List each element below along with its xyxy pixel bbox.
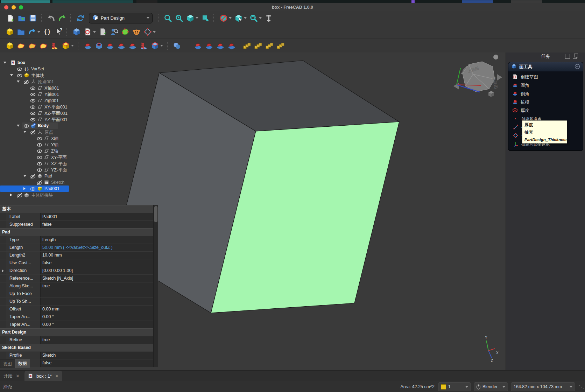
task-item-4[interactable]: 厚度 [508,106,583,115]
fit-all-button[interactable] [164,14,172,22]
expander-open-icon[interactable] [17,80,20,83]
property-value[interactable]: false [41,221,158,228]
tree-item-0[interactable]: box [0,59,161,66]
property-row[interactable]: Suppressedfalse [0,220,158,228]
polar-pattern-button[interactable] [265,42,274,50]
workbench-selector[interactable]: Part Design [89,13,153,23]
tree-item-16[interactable]: XZ-平面 [0,160,161,167]
visible-eye-icon[interactable] [37,167,42,173]
visible-eye-icon[interactable] [30,186,36,192]
chevron-down-icon[interactable] [93,31,96,33]
open-document-button[interactable] [17,14,26,22]
property-value[interactable]: true [41,282,158,290]
task-item-3[interactable]: 拔模 [508,98,583,106]
boolean-operation-button[interactable] [173,42,181,50]
visible-eye-icon[interactable] [37,161,42,167]
additive-helix-button[interactable] [50,42,59,50]
undo-button[interactable] [47,14,55,22]
close-tab-icon[interactable]: ✕ [16,373,20,379]
chevron-down-icon[interactable] [196,17,198,19]
tree-item-4[interactable]: X轴001 [0,85,161,91]
tab-data[interactable]: 数据 [15,359,30,368]
expander-collapsed-icon[interactable] [10,194,12,196]
tree-item-6[interactable]: Z轴001 [0,97,161,104]
property-row[interactable]: Reference...Sketch [N_Axis] [0,274,158,282]
mirrored-button[interactable] [243,42,251,50]
float-panel-icon[interactable] [565,54,570,59]
box-selection-button[interactable] [234,14,247,22]
property-row[interactable]: Length50.00 mm ( <<VarSet>>.Size_outZ ) [0,244,158,251]
tree-item-14[interactable]: Z轴 [0,148,161,154]
property-value[interactable]: false [41,359,158,367]
new-document-button[interactable]: + [6,14,15,22]
tree-item-19[interactable]: Sketch [0,179,161,186]
tree-item-18[interactable]: Pad [0,173,161,179]
create-sketch-button[interactable] [84,28,96,36]
visible-eye-icon[interactable] [37,155,42,160]
expander-open-icon[interactable] [3,62,6,64]
subtractive-primitive-button[interactable] [151,42,163,50]
property-value[interactable]: false [41,259,158,267]
redo-button[interactable] [58,14,66,22]
tree-item-5[interactable]: Y轴001 [0,91,161,97]
tree-item-10[interactable]: Body [0,122,161,129]
visible-eye-icon[interactable] [30,98,36,104]
subtractive-pipe-button[interactable] [117,42,126,50]
hidden-eye-icon[interactable] [23,79,29,85]
pocket-button[interactable] [84,42,92,50]
create-part-button[interactable] [6,28,14,36]
dimensions-select[interactable]: 164.82 mm x 104.73 mm [511,382,575,391]
property-row[interactable]: Up To Face [0,290,158,298]
property-row[interactable]: Along Ske...true [0,282,158,290]
chevron-down-icon[interactable] [37,31,40,33]
property-row[interactable]: Taper An...0.00 ° [0,313,158,321]
save-document-button[interactable] [29,14,37,22]
close-tab-icon[interactable]: ✕ [55,373,59,379]
create-body-button[interactable] [72,28,81,36]
subtractive-helix-button[interactable] [140,42,148,50]
property-value[interactable]: 0.00 ° [41,321,158,328]
property-value[interactable]: true [41,336,158,344]
tab-document-box[interactable]: box : 1* ✕ [24,371,62,381]
chevron-down-icon[interactable] [259,17,262,19]
isometric-view-button[interactable] [186,14,198,22]
visible-eye-icon[interactable] [23,123,29,129]
property-row[interactable]: Length210.00 mm [0,251,158,259]
property-row[interactable]: Up To Sh... [0,298,158,305]
scrollbar-thumb[interactable] [154,206,157,222]
layer-select[interactable]: 1 [438,382,471,391]
hidden-eye-icon[interactable] [37,180,42,186]
visible-eye-icon[interactable] [37,148,42,154]
tree-item-3[interactable]: 原点001 [0,78,161,85]
tab-start-page[interactable]: 开始 ✕ [0,371,23,381]
task-item-1[interactable]: 圆角 [508,81,583,90]
tree-item-13[interactable]: Y轴 [0,141,161,148]
property-value[interactable]: Sketch [N_Axis] [41,275,158,282]
measure-button[interactable] [265,14,273,22]
tab-view[interactable]: 视图 [0,359,15,368]
thickness-button[interactable] [227,42,236,50]
expander-open-icon[interactable] [23,131,26,133]
property-row[interactable]: LabelPad001 [0,213,158,220]
tree-item-2[interactable]: 主体块 [0,72,161,78]
property-value[interactable]: Length [41,236,158,244]
expander-open-icon[interactable] [17,125,20,127]
additive-loft-button[interactable] [28,42,36,50]
check-geometry-button[interactable] [110,28,118,36]
groove-button[interactable] [106,42,114,50]
visible-eye-icon[interactable] [30,85,36,91]
visible-eye-icon[interactable] [17,73,22,78]
expander-open-icon[interactable] [10,74,13,76]
pad-button[interactable] [6,42,14,50]
tree-item-20[interactable]: Pad001 [0,186,161,192]
fillet-button[interactable] [194,42,202,50]
visible-eye-icon[interactable] [30,92,36,97]
expander-open-icon[interactable] [23,175,26,177]
whats-this-button[interactable]: ? [54,28,63,36]
tree-item-12[interactable]: X轴 [0,135,161,141]
nav-sphere-button[interactable] [493,55,498,59]
chamfer-button[interactable] [205,42,213,50]
draft-button[interactable] [216,42,225,50]
face-tools-header[interactable]: 面工具 [508,62,583,71]
property-value[interactable]: [0.00 0.00 1.00] [41,267,158,274]
